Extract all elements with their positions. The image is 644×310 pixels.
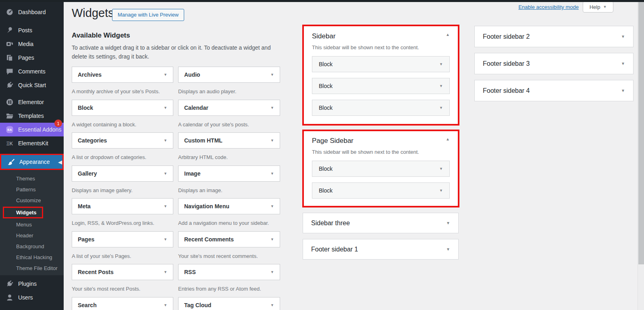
sidebar-item-posts[interactable]: Posts bbox=[0, 23, 64, 37]
chevron-up-icon[interactable]: ▲ bbox=[446, 32, 450, 37]
enable-accessibility-link[interactable]: Enable accessibility mode bbox=[518, 4, 579, 10]
vertical-scrollbar[interactable] bbox=[638, 0, 644, 310]
chevron-down-icon[interactable]: ▼ bbox=[164, 270, 167, 274]
footer-sidebar-4-panel[interactable]: Footer sidebar 4 ▼ bbox=[474, 80, 634, 101]
sidebar-item-media[interactable]: Media bbox=[0, 37, 64, 51]
chevron-down-icon[interactable]: ▼ bbox=[439, 84, 443, 88]
widget-card[interactable]: Recent Comments ▼ bbox=[178, 231, 280, 247]
submenu-item-theme-file-editor[interactable]: Theme File Editor bbox=[0, 263, 64, 274]
block-widget-row[interactable]: Block ▼ bbox=[312, 100, 450, 116]
submenu-item-header[interactable]: Header bbox=[0, 230, 64, 241]
widget-name: Pages bbox=[78, 236, 94, 243]
chevron-down-icon[interactable]: ▼ bbox=[439, 62, 443, 66]
manage-live-preview-button[interactable]: Manage with Live Preview bbox=[112, 9, 184, 21]
chevron-down-icon[interactable]: ▼ bbox=[164, 138, 167, 142]
sidebar-three-panel[interactable]: Sidebar three ▼ bbox=[303, 213, 459, 233]
submenu-item-patterns[interactable]: Patterns bbox=[0, 184, 64, 195]
chevron-down-icon[interactable]: ▼ bbox=[270, 106, 274, 110]
widget-name: Tag Cloud bbox=[184, 302, 211, 308]
chevron-down-icon[interactable]: ▼ bbox=[270, 172, 274, 176]
sidebar-item-users[interactable]: Users bbox=[0, 291, 64, 304]
chevron-down-icon[interactable]: ▼ bbox=[164, 172, 167, 176]
chevron-down-icon[interactable]: ▼ bbox=[439, 189, 443, 193]
widget-card[interactable]: Categories ▼ bbox=[72, 132, 173, 149]
chevron-down-icon[interactable]: ▼ bbox=[446, 247, 450, 251]
plug-icon bbox=[6, 81, 14, 89]
widget-cell-categories: Categories ▼ A list or dropdown of categ… bbox=[72, 132, 173, 165]
widget-card[interactable]: Custom HTML ▼ bbox=[178, 132, 280, 149]
widget-card[interactable]: Audio ▼ bbox=[178, 67, 280, 83]
submenu-item-background[interactable]: Background bbox=[0, 241, 64, 252]
footer-sidebar-3-panel[interactable]: Footer sidebar 3 ▼ bbox=[474, 53, 634, 74]
chevron-down-icon[interactable]: ▼ bbox=[164, 237, 167, 241]
sidebar-panel-description: This sidebar will be shown next to the c… bbox=[312, 44, 450, 50]
chevron-down-icon[interactable]: ▼ bbox=[621, 88, 625, 93]
widget-card[interactable]: Image ▼ bbox=[178, 165, 280, 182]
folder-icon bbox=[6, 112, 14, 120]
widget-description: Displays an image. bbox=[178, 187, 280, 193]
chevron-down-icon[interactable]: ▼ bbox=[621, 34, 625, 39]
sidebar-item-dashboard[interactable]: Dashboard bbox=[0, 5, 64, 19]
widget-name: Block bbox=[78, 105, 93, 111]
sidebar-item-quick-start[interactable]: Quick Start bbox=[0, 78, 64, 92]
scrollbar-thumb[interactable] bbox=[638, 0, 644, 264]
sidebar-item-appearance[interactable]: Appearance ◀ bbox=[1, 155, 62, 169]
widget-card[interactable]: Search ▼ bbox=[72, 297, 173, 310]
block-widget-row[interactable]: Block ▼ bbox=[312, 182, 450, 199]
submenu-item-customize[interactable]: Customize bbox=[0, 195, 64, 206]
sidebar-item-comments[interactable]: Comments bbox=[0, 65, 64, 78]
footer-sidebar-1-panel[interactable]: Footer sidebar 1 ▼ bbox=[303, 239, 459, 260]
sidebar-panel-header[interactable]: Sidebar ▲ bbox=[312, 32, 450, 40]
widget-cell-custom-html: Custom HTML ▼ Arbitrary HTML code. bbox=[178, 132, 280, 165]
widget-name: Custom HTML bbox=[184, 137, 222, 144]
help-button[interactable]: Help ▼ bbox=[583, 1, 613, 13]
submenu-item-widgets-current[interactable]: Widgets bbox=[3, 207, 43, 218]
widget-card[interactable]: Recent Posts ▼ bbox=[72, 264, 173, 280]
chevron-down-icon[interactable]: ▼ bbox=[439, 106, 443, 110]
sidebar-item-essential-addons[interactable]: EA Essential Addons 1 bbox=[0, 123, 64, 136]
chevron-down-icon[interactable]: ▼ bbox=[439, 167, 443, 171]
sidebar-item-pages[interactable]: Pages bbox=[0, 51, 64, 65]
widget-card[interactable]: Gallery ▼ bbox=[72, 165, 173, 182]
widget-card[interactable]: Pages ▼ bbox=[72, 231, 173, 247]
chevron-down-icon[interactable]: ▼ bbox=[270, 73, 274, 77]
widget-card[interactable]: Meta ▼ bbox=[72, 198, 173, 214]
submenu-item-themes[interactable]: Themes bbox=[0, 173, 64, 184]
chevron-down-icon[interactable]: ▼ bbox=[621, 61, 625, 66]
chevron-down-icon[interactable]: ▼ bbox=[164, 303, 167, 307]
widget-card[interactable]: Block ▼ bbox=[72, 100, 173, 116]
submenu-pointer-icon: ◀ bbox=[58, 159, 62, 165]
comment-bubble-icon bbox=[6, 67, 14, 75]
footer-sidebar-2-panel[interactable]: Footer sidebar 2 ▼ bbox=[474, 26, 634, 47]
block-widget-row[interactable]: Block ▼ bbox=[312, 78, 450, 94]
widget-cell-recent-posts: Recent Posts ▼ Your site's most recent P… bbox=[72, 264, 173, 297]
chevron-down-icon[interactable]: ▼ bbox=[164, 106, 167, 110]
chevron-down-icon: ▼ bbox=[603, 5, 607, 9]
submenu-item-menus[interactable]: Menus bbox=[0, 219, 64, 230]
page-sidebar-panel-header[interactable]: Page Sidebar ▲ bbox=[312, 137, 450, 145]
chevron-down-icon[interactable]: ▼ bbox=[270, 303, 274, 307]
sidebar-item-label: Essential Addons bbox=[18, 126, 61, 133]
block-widget-row[interactable]: Block ▼ bbox=[312, 56, 450, 72]
widget-card[interactable]: RSS ▼ bbox=[178, 264, 280, 280]
submenu-item-ethical-hacking[interactable]: Ethical Hacking bbox=[0, 252, 64, 263]
chevron-down-icon[interactable]: ▼ bbox=[270, 204, 274, 208]
widget-card[interactable]: Navigation Menu ▼ bbox=[178, 198, 280, 214]
chevron-down-icon[interactable]: ▼ bbox=[270, 237, 274, 241]
chevron-down-icon[interactable]: ▼ bbox=[164, 204, 167, 208]
sidebar-item-elementor[interactable]: Elementor bbox=[0, 95, 64, 109]
widget-card[interactable]: Tag Cloud ▼ bbox=[178, 297, 280, 310]
sidebar-item-elementskit[interactable]: ΞK ElementsKit bbox=[0, 136, 64, 150]
block-widget-row[interactable]: Block ▼ bbox=[312, 161, 450, 177]
widget-card[interactable]: Calendar ▼ bbox=[178, 100, 280, 116]
chevron-down-icon[interactable]: ▼ bbox=[270, 138, 274, 142]
chevron-up-icon[interactable]: ▲ bbox=[446, 137, 450, 141]
chevron-down-icon[interactable]: ▼ bbox=[164, 73, 167, 77]
chevron-down-icon[interactable]: ▼ bbox=[446, 221, 450, 225]
sidebar-item-templates[interactable]: Templates bbox=[0, 109, 64, 123]
block-widget-label: Block bbox=[319, 61, 332, 67]
chevron-down-icon[interactable]: ▼ bbox=[270, 270, 274, 274]
sidebar-item-plugins[interactable]: Plugins bbox=[0, 277, 64, 291]
widget-name: Meta bbox=[78, 203, 91, 209]
widget-card[interactable]: Archives ▼ bbox=[72, 67, 173, 83]
